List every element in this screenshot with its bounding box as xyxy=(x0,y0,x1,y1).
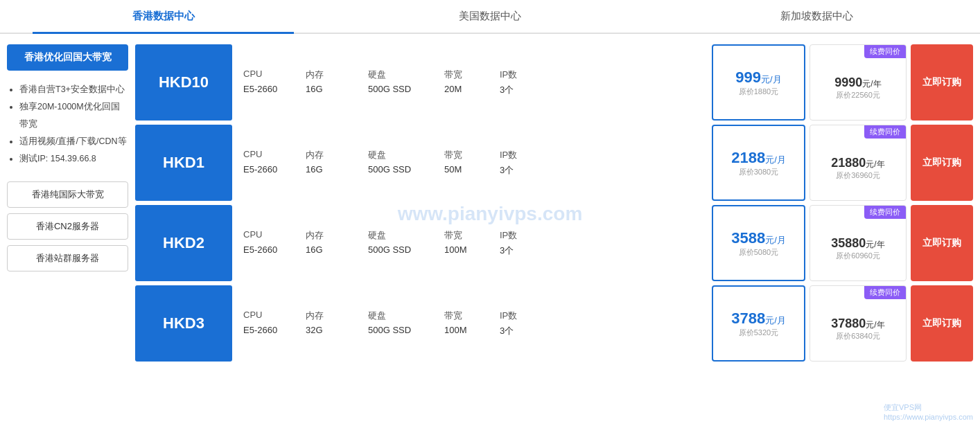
sidebar-link-cluster[interactable]: 香港站群服务器 xyxy=(7,245,128,271)
yearly-price-hkd10: 续费同价 9990元/年 原价22560元 xyxy=(810,44,907,121)
plan-badge-hkd10: HKD10 xyxy=(135,44,232,121)
feature-item: 独享20M-1000M优化回国带宽 xyxy=(19,98,128,133)
specs-hkd3: CPU 内存 硬盘 带宽 IP数 E5-2660 32G 500G SSD 10… xyxy=(236,285,712,362)
cpu-value: E5-2660 xyxy=(243,244,306,257)
renew-badge: 续费同价 xyxy=(864,206,906,219)
cpu-label: CPU xyxy=(243,149,306,161)
yearly-original: 原价36960元 xyxy=(836,170,880,181)
bw-value: 20M xyxy=(444,84,500,96)
monthly-original: 原价5080元 xyxy=(739,247,778,258)
ip-value: 3个 xyxy=(500,325,541,337)
sidebar-link-cn2[interactable]: 香港CN2服务器 xyxy=(7,213,128,240)
mem-value: 16G xyxy=(306,164,368,177)
tab-hongkong[interactable]: 香港数据中心 xyxy=(0,0,326,33)
disk-label: 硬盘 xyxy=(368,149,444,161)
mem-label: 内存 xyxy=(306,310,368,322)
monthly-price-hkd1: 2188元/月 原价3080元 xyxy=(712,125,805,201)
sidebar-link-international[interactable]: 香港纯国际大带宽 xyxy=(7,181,128,208)
product-row-hkd1: HKD1 CPU 内存 硬盘 带宽 IP数 E5-2660 16G 500G S… xyxy=(135,125,973,201)
monthly-original: 原价3080元 xyxy=(739,167,778,177)
disk-value: 500G SSD xyxy=(368,84,444,96)
bw-label: 带宽 xyxy=(444,229,500,242)
ip-label: IP数 xyxy=(500,229,541,242)
monthly-price-main: 2188元/月 xyxy=(731,149,786,167)
mem-label: 内存 xyxy=(306,69,368,81)
bw-label: 带宽 xyxy=(444,149,500,161)
sidebar-main-btn[interactable]: 香港优化回国大带宽 xyxy=(7,44,128,71)
yearly-price-main: 21880元/年 xyxy=(831,156,884,170)
ip-value: 3个 xyxy=(500,84,541,96)
tab-usa[interactable]: 美国数据中心 xyxy=(326,0,653,33)
renew-badge: 续费同价 xyxy=(864,286,906,299)
specs-hkd2: CPU 内存 硬盘 带宽 IP数 E5-2660 16G 500G SSD 10… xyxy=(236,205,712,281)
bw-label: 带宽 xyxy=(444,310,500,322)
ip-value: 3个 xyxy=(500,244,541,257)
cpu-label: CPU xyxy=(243,310,306,322)
cpu-label: CPU xyxy=(243,69,306,81)
specs-hkd10: CPU 内存 硬盘 带宽 IP数 E5-2660 16G 500G SSD 20… xyxy=(236,44,712,121)
renew-badge: 续费同价 xyxy=(864,45,906,58)
feature-item: 香港自营T3+安全数据中心 xyxy=(19,81,128,98)
yearly-price-main: 37880元/年 xyxy=(831,316,884,331)
yearly-original: 原价22560元 xyxy=(836,90,880,100)
yearly-price-hkd3: 续费同价 37880元/年 原价63840元 xyxy=(810,285,907,362)
buy-button-hkd3[interactable]: 立即订购 xyxy=(911,285,973,362)
yearly-original: 原价63840元 xyxy=(836,331,880,341)
cpu-value: E5-2660 xyxy=(243,325,306,337)
monthly-price-hkd2: 3588元/月 原价5080元 xyxy=(712,205,805,281)
monthly-price-main: 3788元/月 xyxy=(731,310,786,328)
bw-value: 50M xyxy=(444,164,500,177)
mem-value: 32G xyxy=(306,325,368,337)
disk-label: 硬盘 xyxy=(368,229,444,242)
ip-label: IP数 xyxy=(500,69,541,81)
monthly-price-main: 999元/月 xyxy=(735,69,781,87)
ip-label: IP数 xyxy=(500,149,541,161)
buy-button-hkd10[interactable]: 立即订购 xyxy=(911,44,973,121)
yearly-price-main: 35880元/年 xyxy=(831,236,884,251)
ip-label: IP数 xyxy=(500,310,541,322)
disk-value: 500G SSD xyxy=(368,325,444,337)
disk-value: 500G SSD xyxy=(368,164,444,177)
monthly-price-hkd10: 999元/月 原价1880元 xyxy=(712,44,805,121)
feature-item: 测试IP: 154.39.66.8 xyxy=(19,150,128,168)
sidebar-features: 香港自营T3+安全数据中心 独享20M-1000M优化回国带宽 适用视频/直播/… xyxy=(7,81,128,168)
product-row-hkd2: HKD2 CPU 内存 硬盘 带宽 IP数 E5-2660 16G 500G S… xyxy=(135,205,973,281)
product-row-hkd3: HKD3 CPU 内存 硬盘 带宽 IP数 E5-2660 32G 500G S… xyxy=(135,285,973,362)
product-row-hkd10: HKD10 CPU 内存 硬盘 带宽 IP数 E5-2660 16G 500G … xyxy=(135,44,973,121)
feature-item: 适用视频/直播/下载/CDN等 xyxy=(19,133,128,150)
plan-badge-hkd2: HKD2 xyxy=(135,205,232,281)
tab-singapore[interactable]: 新加坡数据中心 xyxy=(654,0,980,33)
renew-badge: 续费同价 xyxy=(864,125,906,139)
main-layout: 香港优化回国大带宽 香港自营T3+安全数据中心 独享20M-1000M优化回国带… xyxy=(0,34,980,376)
bw-label: 带宽 xyxy=(444,69,500,81)
mem-value: 16G xyxy=(306,244,368,257)
disk-value: 500G SSD xyxy=(368,244,444,257)
buy-button-hkd1[interactable]: 立即订购 xyxy=(911,125,973,201)
cpu-value: E5-2660 xyxy=(243,164,306,177)
bw-value: 100M xyxy=(444,325,500,337)
yearly-original: 原价60960元 xyxy=(836,251,880,261)
mem-label: 内存 xyxy=(306,149,368,161)
specs-hkd1: CPU 内存 硬盘 带宽 IP数 E5-2660 16G 500G SSD 50… xyxy=(236,125,712,201)
monthly-price-hkd3: 3788元/月 原价5320元 xyxy=(712,285,805,362)
mem-label: 内存 xyxy=(306,229,368,242)
disk-label: 硬盘 xyxy=(368,310,444,322)
yearly-price-main: 9990元/年 xyxy=(834,75,881,90)
products-list: HKD10 CPU 内存 硬盘 带宽 IP数 E5-2660 16G 500G … xyxy=(135,44,973,366)
bw-value: 100M xyxy=(444,244,500,257)
mem-value: 16G xyxy=(306,84,368,96)
yearly-price-hkd2: 续费同价 35880元/年 原价60960元 xyxy=(810,205,907,281)
tab-bar: 香港数据中心 美国数据中心 新加坡数据中心 xyxy=(0,0,980,34)
plan-badge-hkd3: HKD3 xyxy=(135,285,232,362)
sidebar: 香港优化回国大带宽 香港自营T3+安全数据中心 独享20M-1000M优化回国带… xyxy=(7,44,128,366)
monthly-original: 原价1880元 xyxy=(739,87,778,97)
yearly-price-hkd1: 续费同价 21880元/年 原价36960元 xyxy=(810,125,907,201)
ip-value: 3个 xyxy=(500,164,541,177)
cpu-value: E5-2660 xyxy=(243,84,306,96)
disk-label: 硬盘 xyxy=(368,69,444,81)
monthly-price-main: 3588元/月 xyxy=(731,229,786,247)
buy-button-hkd2[interactable]: 立即订购 xyxy=(911,205,973,281)
cpu-label: CPU xyxy=(243,229,306,242)
plan-badge-hkd1: HKD1 xyxy=(135,125,232,201)
monthly-original: 原价5320元 xyxy=(739,328,778,338)
